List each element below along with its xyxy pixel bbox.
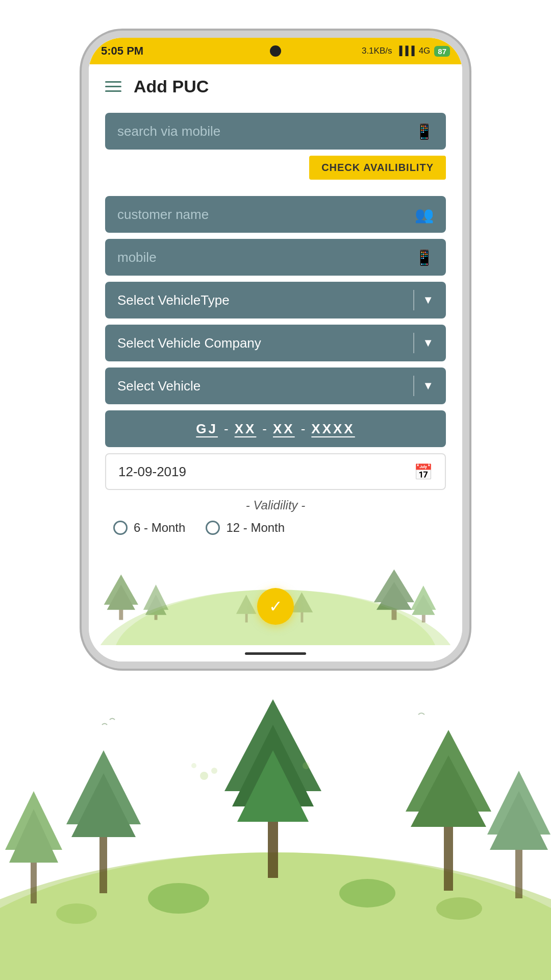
svg-point-39: [436, 897, 482, 920]
camera-notch: [270, 45, 281, 57]
vehicle-type-right: ▼: [405, 290, 434, 310]
svg-point-18: [0, 852, 551, 980]
select-divider-3: [413, 376, 414, 396]
search-placeholder: search via mobile: [117, 124, 220, 139]
nature-scene: ✓: [89, 543, 462, 645]
check-availability-button[interactable]: CHECK AVAILIBILITY: [309, 156, 446, 180]
vehicle-company-chevron: ▼: [422, 336, 434, 350]
vehicle-right: ▼: [405, 376, 434, 396]
customer-name-field[interactable]: customer name 👥: [105, 196, 446, 233]
page-background-trees: [0, 674, 551, 980]
validity-label: - Validility -: [109, 498, 442, 512]
validity-section: - Validility - 6 - Month 12 - Month: [105, 498, 446, 535]
svg-point-37: [339, 879, 395, 908]
customer-name-placeholder: customer name: [117, 207, 209, 223]
svg-marker-25: [66, 750, 141, 824]
svg-point-43: [303, 762, 310, 769]
svg-point-19: [0, 852, 551, 980]
checkmark-icon: ✓: [269, 597, 283, 616]
submit-btn-container: ✓: [257, 588, 294, 625]
svg-point-38: [56, 903, 97, 924]
validity-6month-label: 6 - Month: [134, 521, 185, 535]
app-content: search via mobile 📱 CHECK AVAILIBILITY c…: [89, 105, 462, 535]
svg-marker-22: [232, 725, 314, 806]
svg-marker-21: [224, 699, 321, 791]
svg-marker-35: [490, 791, 548, 850]
phone-shell: 5:05 PM 3.1KB/s ▐▐▐ 4G 87: [82, 31, 469, 669]
validity-12month[interactable]: 12 - Month: [206, 521, 285, 535]
page-wrapper: 5:05 PM 3.1KB/s ▐▐▐ 4G 87: [0, 0, 551, 980]
svg-rect-20: [268, 776, 278, 878]
validity-12month-label: 12 - Month: [226, 521, 285, 535]
svg-rect-27: [444, 801, 453, 891]
submit-button[interactable]: ✓: [257, 588, 294, 625]
signal-icon: ▐▐▐: [396, 46, 414, 56]
phone-bottom: [89, 645, 462, 662]
menu-line-3: [105, 90, 121, 92]
date-value: 12-09-2019: [118, 464, 186, 480]
app-header: Add PUC: [89, 64, 462, 105]
search-mobile-field[interactable]: search via mobile 📱: [105, 113, 446, 150]
vehicle-type-dropdown[interactable]: Select VehicleType ▼: [105, 282, 446, 318]
vehicle-chevron: ▼: [422, 379, 434, 393]
svg-marker-26: [71, 773, 136, 837]
vehicle-label: Select Vehicle: [117, 378, 201, 394]
svg-point-40: [200, 772, 208, 780]
hamburger-menu-button[interactable]: [105, 81, 121, 92]
vn-series: XX: [273, 421, 295, 437]
validity-6month[interactable]: 6 - Month: [113, 521, 185, 535]
svg-rect-30: [31, 842, 37, 903]
vehicle-number-field[interactable]: GJ - XX - XX - XXXX: [105, 410, 446, 447]
svg-marker-29: [411, 755, 486, 827]
home-indicator: [245, 652, 306, 655]
network-type: 4G: [419, 46, 431, 56]
svg-marker-28: [406, 730, 491, 812]
vehicle-dropdown[interactable]: Select Vehicle ▼: [105, 368, 446, 404]
status-bar: 5:05 PM 3.1KB/s ▐▐▐ 4G 87: [89, 38, 462, 64]
svg-point-42: [211, 768, 217, 774]
mobile-placeholder: mobile: [117, 250, 157, 265]
svg-marker-34: [487, 771, 550, 835]
vehicle-company-label: Select Vehicle Company: [117, 335, 261, 351]
vn-dash-3: -: [301, 421, 306, 437]
phone-inner: 5:05 PM 3.1KB/s ▐▐▐ 4G 87: [89, 38, 462, 662]
mobile-field[interactable]: mobile 📱: [105, 239, 446, 276]
network-speed: 3.1KB/s: [362, 46, 392, 56]
vn-dash-2: -: [262, 421, 267, 437]
select-divider-2: [413, 333, 414, 353]
svg-point-41: [191, 763, 196, 768]
svg-marker-23: [237, 750, 309, 822]
vehicle-type-chevron: ▼: [422, 293, 434, 307]
vehicle-company-dropdown[interactable]: Select Vehicle Company ▼: [105, 325, 446, 361]
svg-rect-33: [515, 827, 522, 898]
vn-number: XXXX: [311, 421, 355, 437]
battery-indicator: 87: [434, 46, 450, 57]
vehicle-company-right: ▼: [405, 333, 434, 353]
check-btn-wrapper: CHECK AVAILIBILITY: [105, 156, 446, 180]
svg-marker-31: [5, 791, 62, 850]
svg-rect-24: [99, 817, 107, 893]
menu-line-2: [105, 86, 121, 87]
vn-district-code: XX: [235, 421, 257, 437]
menu-line-1: [105, 81, 121, 83]
vn-state-code: GJ: [196, 421, 218, 437]
search-mobile-icon: 📱: [415, 122, 434, 140]
status-right: 3.1KB/s ▐▐▐ 4G 87: [362, 46, 450, 57]
date-field[interactable]: 12-09-2019 📅: [105, 453, 446, 490]
select-divider-1: [413, 290, 414, 310]
validity-options: 6 - Month 12 - Month: [109, 521, 442, 535]
phone-frame: 5:05 PM 3.1KB/s ▐▐▐ 4G 87: [82, 31, 469, 669]
mobile-field-icon: 📱: [415, 249, 434, 266]
vehicle-type-label: Select VehicleType: [117, 292, 230, 308]
radio-12month[interactable]: [206, 521, 220, 535]
page-title: Add PUC: [134, 77, 209, 96]
radio-6month[interactable]: [113, 521, 128, 535]
calendar-icon: 📅: [414, 463, 433, 481]
svg-point-36: [148, 883, 209, 914]
svg-marker-32: [9, 809, 58, 863]
customer-icon: 👥: [415, 206, 434, 224]
status-time: 5:05 PM: [101, 44, 143, 58]
vn-dash-1: -: [224, 421, 229, 437]
